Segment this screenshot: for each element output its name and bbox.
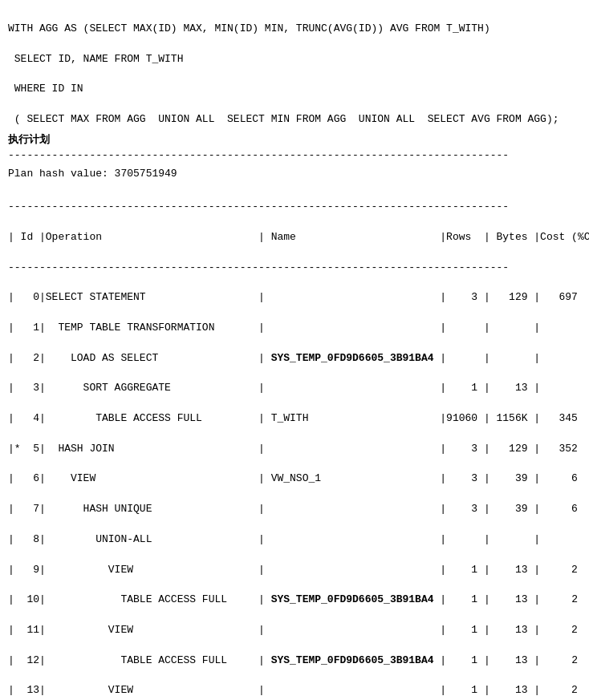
table-row: | 6| VIEW | VW_NSO_1 | 3 | 39 | 6 (0)|	[8, 471, 581, 487]
table-row: | 1| TEMP TABLE TRANSFORMATION | | | | |	[8, 321, 581, 336]
table-row: | 9| VIEW | | 1 | 13 | 2 (0)|	[8, 563, 581, 578]
sql-query: WITH AGG AS (SELECT MAX(ID) MAX, MIN(ID)…	[8, 6, 581, 127]
sql-line1: WITH AGG AS (SELECT MAX(ID) MAX, MIN(ID)…	[8, 22, 490, 34]
table-header: | Id |Operation | Name |Rows | Bytes |Co…	[8, 230, 581, 245]
top-divider: ----------------------------------------…	[8, 148, 581, 164]
table-row: | 10| TABLE ACCESS FULL | SYS_TEMP_0FD9D…	[8, 593, 581, 608]
table-row: | 3| SORT AGGREGATE | | 1 | 13 | |	[8, 381, 581, 396]
plan-table: ----------------------------------------…	[8, 184, 581, 700]
table-row: |* 5| HASH JOIN | | 3 | 129 | 352 (1)|	[8, 442, 581, 457]
table-divider-top: ----------------------------------------…	[8, 200, 581, 215]
plan-hash: Plan hash value: 3705751949	[8, 167, 581, 182]
execution-plan-title: 执行计划	[8, 132, 581, 147]
table-row: | 2| LOAD AS SELECT | SYS_TEMP_0FD9D6605…	[8, 351, 581, 366]
sql-line4: ( SELECT MAX FROM AGG UNION ALL SELECT M…	[8, 113, 559, 125]
sql-line2: SELECT ID, NAME FROM T_WITH	[8, 53, 183, 65]
table-row: | 13| VIEW | | 1 | 13 | 2 (0)|	[8, 683, 581, 698]
table-row: | 0|SELECT STATEMENT | | 3 | 129 | 697 (…	[8, 290, 581, 305]
table-row: | 11| VIEW | | 1 | 13 | 2 (0)|	[8, 623, 581, 638]
table-row: | 7| HASH UNIQUE | | 3 | 39 | 6 (67)|	[8, 502, 581, 517]
table-row: | 12| TABLE ACCESS FULL | SYS_TEMP_0FD9D…	[8, 653, 581, 669]
sql-line3: WHERE ID IN	[8, 83, 83, 95]
table-row: | 8| UNION-ALL | | | | |	[8, 532, 581, 548]
table-row: | 4| TABLE ACCESS FULL | T_WITH |91060 |…	[8, 411, 581, 427]
table-divider-header: ----------------------------------------…	[8, 261, 581, 276]
